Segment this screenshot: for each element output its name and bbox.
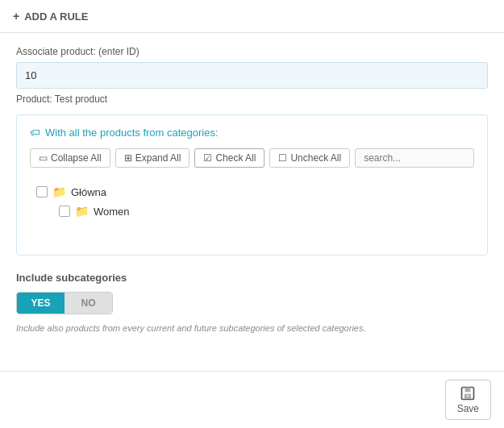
tree-item-glowna: 📁 Główna bbox=[30, 185, 474, 198]
category-search-input[interactable] bbox=[355, 148, 474, 168]
toggle-group: YES NO bbox=[16, 292, 113, 314]
plus-icon: + bbox=[13, 10, 19, 23]
uncheck-all-label: Uncheck All bbox=[290, 152, 341, 164]
page-header: + ADD A RULE bbox=[0, 0, 504, 33]
categories-title: 🏷 With all the products from categories: bbox=[30, 127, 474, 139]
folder-icon-glowna: 📁 bbox=[52, 185, 66, 198]
subcategories-section: Include subcategories YES NO Include als… bbox=[16, 272, 488, 335]
check-all-button[interactable]: ☑ Check All bbox=[194, 148, 264, 168]
yes-toggle[interactable]: YES bbox=[17, 293, 65, 314]
tree-checkbox-women[interactable] bbox=[59, 206, 70, 217]
tag-icon: 🏷 bbox=[30, 127, 40, 139]
categories-box: 🏷 With all the products from categories:… bbox=[16, 114, 488, 256]
page-wrapper: + ADD A RULE Associate product: (enter I… bbox=[0, 0, 504, 428]
save-label: Save bbox=[457, 403, 479, 414]
product-name-display: Product: Test product bbox=[16, 93, 488, 105]
save-icon bbox=[460, 385, 476, 401]
category-tree: 📁 Główna 📁 Women bbox=[30, 179, 474, 243]
tree-label-women: Women bbox=[94, 206, 130, 218]
subcategories-label: Include subcategories bbox=[16, 272, 488, 284]
page-title: ADD A RULE bbox=[24, 10, 88, 23]
no-toggle[interactable]: NO bbox=[65, 293, 112, 314]
subcategories-hint: Include also products from every current… bbox=[16, 322, 488, 335]
check-all-label: Check All bbox=[215, 152, 256, 164]
expand-all-button[interactable]: ⊞ Expand All bbox=[115, 148, 190, 168]
folder-icon-women: 📁 bbox=[75, 205, 89, 218]
expand-icon: ⊞ bbox=[124, 152, 132, 164]
page-content: Associate product: (enter ID) Product: T… bbox=[0, 33, 504, 360]
categories-toolbar: ▭ Collapse All ⊞ Expand All ☑ Check All … bbox=[30, 148, 474, 168]
uncheck-all-button[interactable]: ☐ Uncheck All bbox=[269, 148, 350, 168]
page-footer: Save bbox=[0, 371, 504, 428]
collapse-icon: ▭ bbox=[39, 152, 48, 164]
product-id-label: Associate product: (enter ID) bbox=[16, 46, 488, 57]
tree-label-glowna: Główna bbox=[71, 186, 106, 198]
uncheck-icon: ☐ bbox=[278, 152, 287, 164]
save-button[interactable]: Save bbox=[445, 380, 491, 420]
categories-title-text: With all the products from categories: bbox=[45, 127, 219, 139]
svg-rect-1 bbox=[465, 388, 471, 393]
tree-checkbox-glowna[interactable] bbox=[36, 186, 48, 197]
product-id-input[interactable] bbox=[16, 62, 488, 89]
check-icon: ☑ bbox=[203, 152, 212, 164]
collapse-all-button[interactable]: ▭ Collapse All bbox=[30, 148, 110, 168]
tree-item-women: 📁 Women bbox=[30, 205, 474, 218]
collapse-all-label: Collapse All bbox=[51, 152, 102, 164]
expand-all-label: Expand All bbox=[135, 152, 181, 164]
